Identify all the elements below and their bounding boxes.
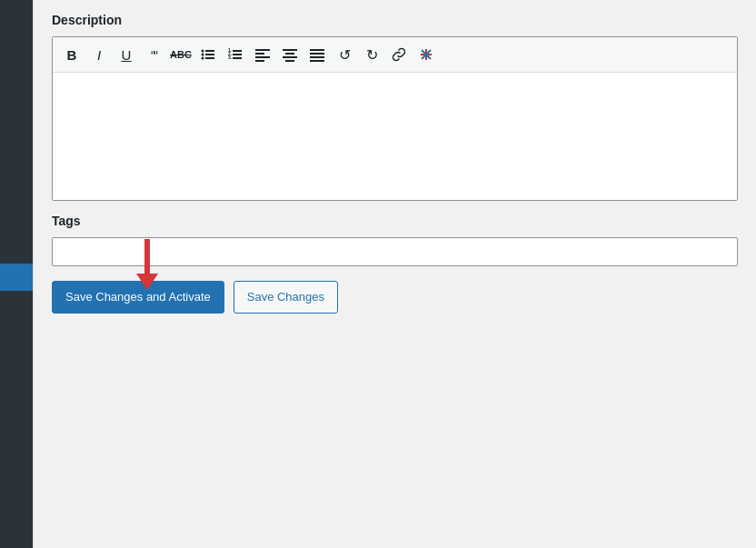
svg-point-4 xyxy=(202,57,204,60)
svg-point-2 xyxy=(202,54,204,56)
tags-title: Tags xyxy=(52,214,738,228)
unordered-list-button[interactable] xyxy=(196,43,220,66)
svg-rect-11 xyxy=(233,57,242,59)
svg-rect-14 xyxy=(255,56,270,58)
sidebar-active-indicator xyxy=(0,264,33,291)
svg-rect-19 xyxy=(285,60,294,62)
svg-rect-16 xyxy=(283,49,297,51)
svg-rect-15 xyxy=(255,60,264,62)
svg-rect-7 xyxy=(233,50,242,52)
bold-button[interactable]: B xyxy=(60,43,84,66)
editor-toolbar: B I U ““ ABC xyxy=(53,37,737,73)
sidebar xyxy=(0,0,33,548)
svg-rect-17 xyxy=(285,53,294,55)
svg-rect-22 xyxy=(310,56,324,58)
description-title: Description xyxy=(52,13,738,27)
underline-button[interactable]: U xyxy=(114,43,138,66)
blockquote-button[interactable]: ““ xyxy=(142,43,165,66)
align-left-button[interactable] xyxy=(251,43,274,66)
svg-rect-23 xyxy=(310,60,324,62)
redo-button[interactable]: ↻ xyxy=(360,43,383,66)
arrow-shaft xyxy=(144,239,150,274)
italic-button[interactable]: I xyxy=(87,43,111,66)
ordered-list-button[interactable]: 1. 2. 3. xyxy=(224,43,247,66)
svg-rect-9 xyxy=(233,54,242,55)
save-changes-button[interactable]: Save Changes xyxy=(234,281,338,314)
svg-text:3.: 3. xyxy=(228,55,233,60)
svg-rect-20 xyxy=(310,49,324,51)
action-buttons-area: Save Changes and Activate Save Changes xyxy=(34,266,756,328)
link-button[interactable] xyxy=(387,43,411,66)
arrow-indicator xyxy=(136,239,158,290)
svg-rect-3 xyxy=(205,54,214,55)
svg-rect-13 xyxy=(255,53,264,55)
svg-rect-21 xyxy=(310,53,324,55)
arrow-head xyxy=(136,274,158,290)
description-section: Description B I U ““ ABC xyxy=(34,0,756,201)
svg-rect-12 xyxy=(255,49,270,51)
undo-button[interactable]: ↺ xyxy=(333,43,356,66)
svg-rect-1 xyxy=(205,50,214,52)
svg-rect-5 xyxy=(205,57,214,59)
svg-rect-18 xyxy=(283,56,297,58)
editor-content-area[interactable] xyxy=(53,73,737,200)
remove-format-button[interactable] xyxy=(414,43,438,66)
align-justify-button[interactable] xyxy=(305,43,329,66)
align-center-button[interactable] xyxy=(278,43,302,66)
description-editor[interactable]: B I U ““ ABC xyxy=(52,36,738,201)
strikethrough-button[interactable]: ABC xyxy=(169,43,193,66)
svg-point-0 xyxy=(202,50,204,53)
